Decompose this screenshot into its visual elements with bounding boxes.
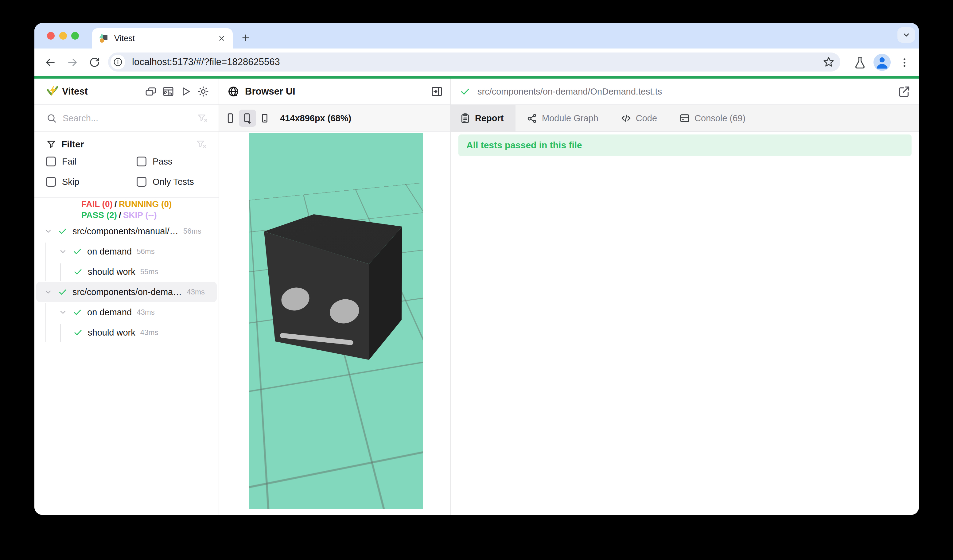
pass-check-icon: [73, 327, 83, 337]
labs-flask-icon[interactable]: [853, 55, 867, 70]
open-external-icon[interactable]: [897, 85, 911, 98]
skip-count: SKIP (--): [123, 210, 157, 220]
bookmark-star-icon[interactable]: [821, 55, 836, 70]
browser-tab-vitest[interactable]: Vitest: [92, 28, 233, 48]
tree-row-file-on-demand[interactable]: src/components/on-dema… 43ms: [36, 282, 217, 302]
dashboard-icon[interactable]: [161, 85, 175, 98]
viewport-dimensions: 414x896px (68%): [280, 113, 351, 123]
duration: 56ms: [137, 247, 155, 256]
checkbox-skip[interactable]: [46, 177, 56, 187]
funnel-icon: [46, 139, 56, 149]
test-viewport[interactable]: [249, 133, 423, 509]
tab-search-button[interactable]: [897, 27, 915, 43]
running-count: RUNNING (0): [119, 199, 172, 209]
search-input[interactable]: [62, 113, 197, 124]
progress-bar: [34, 76, 919, 79]
pass-check-icon: [73, 307, 82, 317]
forward-icon[interactable]: [65, 55, 80, 70]
tree-row-test[interactable]: should work 55ms: [36, 262, 217, 282]
file-pass-check-icon: [459, 86, 471, 97]
browser-ui-header: Browser UI: [219, 79, 450, 105]
back-icon[interactable]: [43, 55, 58, 70]
traffic-light-zoom[interactable]: [71, 32, 79, 40]
chevron-down-icon[interactable]: [58, 247, 68, 256]
filter-option-fail[interactable]: Fail: [46, 154, 137, 169]
pass-check-icon: [73, 247, 82, 256]
duration: 55ms: [140, 267, 158, 276]
duration: 56ms: [183, 227, 202, 236]
tab-title: Vitest: [114, 34, 216, 43]
vitest-favicon: [99, 34, 109, 43]
console-icon: [679, 113, 690, 124]
tab-report[interactable]: Report: [451, 105, 515, 132]
checkbox-only-tests[interactable]: [137, 177, 146, 187]
report-header: src/components/on-demand/OnDemand.test.t…: [451, 79, 919, 105]
device-toolbar: 414x896px (68%): [219, 105, 450, 132]
chevron-down-icon[interactable]: [58, 308, 68, 317]
preview-title: Browser UI: [245, 86, 295, 97]
report-panel: src/components/on-demand/OnDemand.test.t…: [450, 79, 919, 515]
new-tab-button[interactable]: [237, 29, 254, 47]
pass-check-icon: [58, 287, 68, 297]
tree-row-file-manual[interactable]: src/components/manual/… 56ms: [36, 221, 217, 241]
duration: 43ms: [187, 288, 205, 296]
tree-row-suite[interactable]: on demand 56ms: [36, 241, 217, 262]
browser-window: Vitest localhost:5173/#/?file=1828625563: [34, 23, 919, 515]
report-tabs: Report Module Graph Code Console (69): [451, 105, 919, 132]
filter-section: Filter Fail Pass Skip Only Tests: [34, 132, 219, 198]
checkbox-fail[interactable]: [46, 157, 56, 166]
chevron-down-icon[interactable]: [43, 226, 53, 236]
duration: 43ms: [137, 308, 155, 316]
search-icon: [46, 113, 57, 124]
tree-row-test[interactable]: should work 43ms: [36, 323, 217, 343]
tab-strip: Vitest: [34, 23, 919, 48]
reload-icon[interactable]: [87, 55, 102, 70]
sidebar-header: Vitest: [34, 79, 219, 105]
pass-count: PASS (2): [81, 210, 117, 220]
sidebar: Vitest: [34, 79, 219, 515]
dock-panel-icon[interactable]: [431, 85, 443, 98]
run-all-icon[interactable]: [179, 85, 192, 98]
fail-count: FAIL (0): [81, 199, 113, 209]
globe-icon: [227, 85, 239, 98]
traffic-light-close[interactable]: [47, 32, 55, 40]
clear-filter-icon[interactable]: [196, 139, 207, 150]
device-phone-icon[interactable]: [222, 110, 239, 127]
device-tablet-icon[interactable]: [256, 110, 273, 127]
test-tree: src/components/manual/… 56ms on demand 5…: [34, 221, 219, 343]
browser-toolbar: localhost:5173/#/?file=1828625563: [34, 48, 919, 76]
clear-search-filter-icon[interactable]: [197, 113, 208, 124]
traffic-light-minimize[interactable]: [59, 32, 67, 40]
browser-menu-icon[interactable]: [897, 55, 912, 70]
tab-console[interactable]: Console (69): [668, 105, 756, 132]
device-phone-plus-icon[interactable]: [239, 110, 256, 127]
tab-code[interactable]: Code: [610, 105, 668, 132]
url-text[interactable]: localhost:5173/#/?file=1828625563: [132, 56, 821, 68]
app-title: Vitest: [62, 86, 88, 97]
browser-ui-panel: Browser UI 414x896px (68%): [219, 79, 450, 515]
duration: 43ms: [140, 328, 158, 337]
collapse-windows-icon[interactable]: [144, 85, 157, 98]
theme-sun-icon[interactable]: [197, 85, 210, 98]
file-path: src/components/on-demand/OnDemand.test.t…: [477, 87, 897, 97]
all-tests-passed-banner: All tests passed in this file: [458, 135, 911, 156]
profile-avatar[interactable]: [874, 54, 891, 71]
site-info-icon[interactable]: [110, 55, 125, 70]
tree-row-suite[interactable]: on demand 43ms: [36, 302, 217, 323]
code-icon: [621, 113, 632, 124]
filter-title: Filter: [61, 139, 84, 149]
pass-check-icon: [73, 267, 83, 277]
tab-close-icon[interactable]: [216, 32, 228, 45]
test-summary: FAIL (0)/RUNNING (0) PASS (2)/SKIP (--): [34, 198, 219, 221]
url-bar[interactable]: localhost:5173/#/?file=1828625563: [108, 53, 840, 71]
filter-option-skip[interactable]: Skip: [46, 174, 137, 190]
tab-module-graph[interactable]: Module Graph: [515, 105, 610, 132]
report-clipboard-icon: [459, 113, 471, 124]
filter-option-pass[interactable]: Pass: [137, 154, 207, 169]
checkbox-pass[interactable]: [137, 157, 146, 166]
vitest-app: Vitest: [34, 79, 919, 515]
vitest-logo-icon: [46, 84, 59, 99]
chevron-down-icon[interactable]: [43, 287, 53, 296]
filter-option-only-tests[interactable]: Only Tests: [137, 174, 207, 190]
search-row: [34, 105, 219, 132]
